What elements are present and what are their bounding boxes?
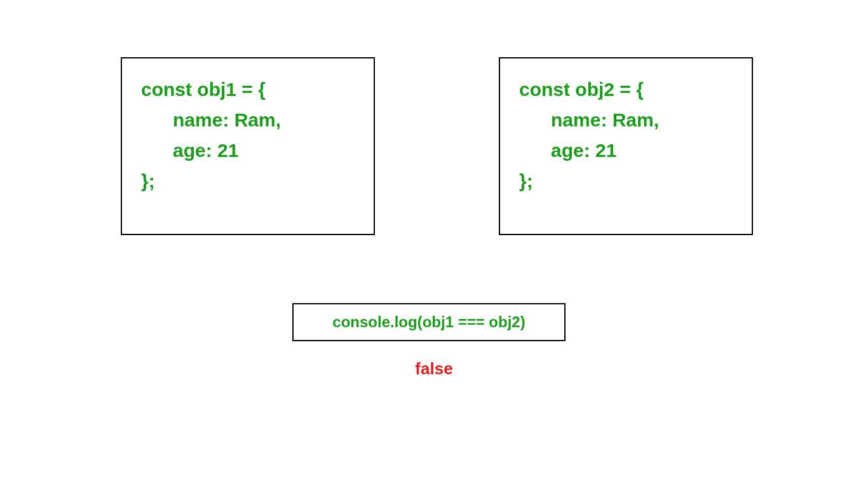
obj1-line1: const obj1 = { [141,79,266,100]
obj2-line3: age: 21 [519,140,616,161]
obj1-line3: age: 21 [141,140,238,161]
obj1-code-box: const obj1 = { name: Ram, age: 21 }; [121,57,375,235]
obj1-line4: }; [141,170,155,191]
result-output: false [415,359,452,379]
console-log-box: console.log(obj1 === obj2) [292,303,566,341]
obj2-line4: }; [519,170,533,191]
console-log-text: console.log(obj1 === obj2) [332,313,525,331]
obj1-code-content: const obj1 = { name: Ram, age: 21 }; [141,74,355,196]
obj2-line2: name: Ram, [519,109,659,130]
obj2-code-content: const obj2 = { name: Ram, age: 21 }; [519,74,733,196]
obj1-line2: name: Ram, [141,109,281,130]
obj2-code-box: const obj2 = { name: Ram, age: 21 }; [499,57,753,235]
obj2-line1: const obj2 = { [519,79,644,100]
